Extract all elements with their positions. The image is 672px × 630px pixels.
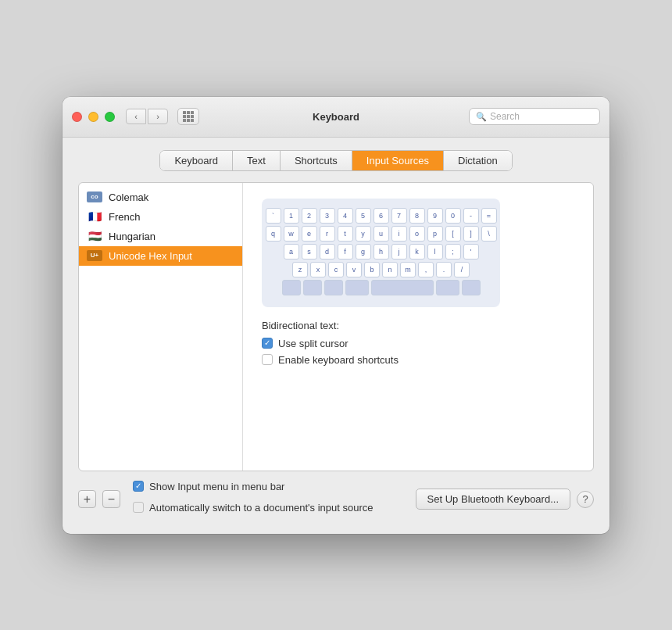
flag-hungarian: 🇭🇺	[87, 231, 102, 242]
key-g: g	[356, 244, 371, 260]
key-quote: '	[463, 244, 479, 260]
grid-icon	[183, 111, 194, 122]
key-5: 5	[356, 208, 371, 224]
source-label-colemak: Colemak	[109, 192, 148, 203]
enable-shortcuts-checkbox[interactable]	[262, 354, 273, 365]
bidi-label: Bidirectional text:	[262, 320, 574, 331]
key-b: b	[364, 262, 380, 277]
key-o: o	[409, 226, 425, 242]
key-space	[371, 280, 434, 295]
key-lbracket: [	[445, 226, 461, 242]
use-split-cursor-checkbox[interactable]: ✓	[262, 338, 273, 349]
key-row-1: ` 1 2 3 4 5 6 7 8 9 0 - =	[270, 208, 492, 224]
key-ctrl	[303, 280, 322, 295]
add-source-button[interactable]: +	[78, 490, 96, 508]
bluetooth-keyboard-button[interactable]: Set Up Bluetooth Keyboard...	[416, 489, 570, 510]
bottom-right: Set Up Bluetooth Keyboard... ?	[416, 489, 594, 510]
key-backslash: \	[481, 226, 497, 242]
key-w: w	[284, 226, 299, 242]
bidi-section: Bidirectional text: ✓ Use split cursor E…	[262, 320, 574, 370]
key-r: r	[320, 226, 335, 242]
remove-source-button[interactable]: −	[102, 490, 120, 508]
key-3: 3	[320, 208, 335, 224]
key-s: s	[302, 244, 317, 260]
key-comma: ,	[418, 262, 434, 277]
key-7: 7	[391, 208, 407, 224]
use-split-cursor-label: Use split cursor	[278, 338, 349, 349]
checkmark-show-icon: ✓	[135, 482, 141, 490]
tab-dictation[interactable]: Dictation	[444, 151, 512, 170]
key-y: y	[356, 226, 371, 242]
auto-switch-label: Automatically switch to a document's inp…	[149, 502, 373, 514]
sidebar: co Colemak 🇫🇷 French 🇭🇺 Hungarian U+ Uni…	[79, 183, 243, 471]
search-box[interactable]: 🔍 Search	[469, 108, 600, 125]
key-j: j	[391, 244, 407, 260]
keyboard-visual: ` 1 2 3 4 5 6 7 8 9 0 - =	[262, 199, 500, 307]
flag-unicode: U+	[87, 250, 102, 261]
key-fn	[282, 280, 301, 295]
show-input-menu-row: ✓ Show Input menu in menu bar	[133, 481, 373, 492]
key-cmd-right	[436, 280, 459, 295]
close-button[interactable]	[72, 112, 82, 122]
auto-switch-checkbox[interactable]	[133, 502, 144, 513]
key-f: f	[338, 244, 353, 260]
key-0: 0	[445, 208, 461, 224]
show-input-menu-checkbox[interactable]: ✓	[133, 481, 144, 492]
bottom-checkboxes: ✓ Show Input menu in menu bar Automatica…	[133, 481, 373, 518]
source-label-hungarian: Hungarian	[109, 231, 155, 242]
tab-text[interactable]: Text	[233, 151, 281, 170]
key-row-4: z x c v b n m , . /	[270, 262, 492, 277]
key-e: e	[302, 226, 317, 242]
source-unicode-hex[interactable]: U+ Unicode Hex Input	[79, 246, 242, 266]
key-alt	[324, 280, 343, 295]
tabs: Keyboard Text Shortcuts Input Sources Di…	[78, 150, 594, 171]
key-h: h	[374, 244, 389, 260]
window-title: Keyboard	[313, 111, 359, 123]
tab-keyboard[interactable]: Keyboard	[160, 151, 233, 170]
use-split-cursor-row: ✓ Use split cursor	[262, 338, 574, 349]
back-button[interactable]: ‹	[126, 109, 146, 124]
tab-bar: Keyboard Text Shortcuts Input Sources Di…	[159, 150, 512, 171]
enable-shortcuts-label: Enable keyboard shortcuts	[278, 354, 399, 366]
minimize-button[interactable]	[88, 112, 98, 122]
source-label-unicode: Unicode Hex Input	[109, 250, 192, 262]
tab-shortcuts[interactable]: Shortcuts	[281, 151, 352, 170]
help-button[interactable]: ?	[577, 491, 594, 508]
show-input-menu-label: Show Input menu in menu bar	[149, 481, 284, 492]
key-period: .	[436, 262, 452, 277]
key-m: m	[400, 262, 416, 277]
key-q: q	[266, 226, 281, 242]
key-9: 9	[427, 208, 443, 224]
tab-input-sources[interactable]: Input Sources	[352, 151, 444, 170]
key-p: p	[427, 226, 443, 242]
source-colemak[interactable]: co Colemak	[79, 188, 242, 207]
key-8: 8	[409, 208, 425, 224]
key-equals: =	[481, 208, 497, 224]
flag-colemak: co	[87, 192, 102, 202]
key-k: k	[409, 244, 425, 260]
key-t: t	[338, 226, 353, 242]
keyboard-window: ‹ › Keyboard 🔍 Search Keyboard Text Shor…	[63, 97, 609, 534]
key-6: 6	[374, 208, 389, 224]
enable-shortcuts-row: Enable keyboard shortcuts	[262, 354, 574, 366]
content-area: Keyboard Text Shortcuts Input Sources Di…	[63, 138, 609, 534]
key-u: u	[374, 226, 389, 242]
key-alt-right	[462, 280, 481, 295]
bottom-bar: + − ✓ Show Input menu in menu bar Automa…	[78, 471, 594, 518]
maximize-button[interactable]	[105, 112, 115, 122]
detail-panel: ` 1 2 3 4 5 6 7 8 9 0 - =	[243, 183, 593, 471]
grid-button[interactable]	[177, 108, 199, 125]
main-panel: co Colemak 🇫🇷 French 🇭🇺 Hungarian U+ Uni…	[78, 182, 594, 471]
key-a: a	[284, 244, 299, 260]
flag-french: 🇫🇷	[87, 211, 102, 222]
key-c: c	[328, 262, 344, 277]
search-placeholder: Search	[490, 111, 520, 122]
forward-button[interactable]: ›	[148, 109, 168, 124]
titlebar: ‹ › Keyboard 🔍 Search	[63, 97, 609, 138]
source-french[interactable]: 🇫🇷 French	[79, 207, 242, 227]
key-row-2: q w e r t y u i o p [ ] \	[270, 226, 492, 242]
checkmark-icon: ✓	[264, 339, 270, 347]
key-rbracket: ]	[463, 226, 479, 242]
source-hungarian[interactable]: 🇭🇺 Hungarian	[79, 227, 242, 246]
key-row-5	[270, 280, 492, 295]
